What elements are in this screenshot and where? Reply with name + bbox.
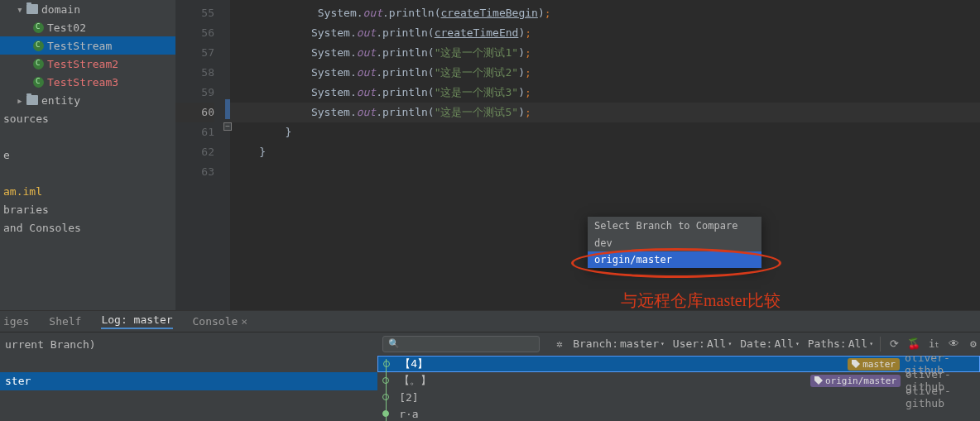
tree-item-label: entity — [41, 94, 80, 107]
preview-icon[interactable]: 👁 — [947, 337, 960, 350]
vcs-tab[interactable]: Console× — [193, 315, 248, 328]
commit-row[interactable]: 【。】origin/masteroliver-github — [377, 372, 980, 389]
commit-row[interactable]: r·a — [377, 405, 980, 421]
log-filter[interactable]: Date: All ▾ — [740, 337, 799, 350]
tree-item[interactable]: ▾domain — [0, 0, 175, 18]
line-number: 62 — [175, 142, 214, 162]
vcs-tab[interactable]: Log: master — [101, 313, 172, 329]
code-line[interactable]: System.out.println(createTimeEnd); — [230, 23, 980, 43]
tree-item-label: TestStream — [47, 40, 112, 52]
vcs-tab[interactable]: Shelf — [49, 315, 81, 328]
tree-item-label: braries — [3, 203, 49, 216]
code-line[interactable]: System.out.println("这是一个测试2"); — [230, 63, 980, 83]
project-tree[interactable]: ▾domainTest02TestStreamTestStream2TestSt… — [0, 0, 175, 310]
intellisort-icon[interactable]: it — [927, 337, 940, 350]
commit-node-icon — [383, 361, 390, 367]
tree-item[interactable] — [0, 127, 175, 146]
class-icon — [33, 41, 44, 51]
tree-item-label: TestStream2 — [47, 58, 118, 70]
tree-item[interactable]: braries — [0, 200, 175, 218]
fold-handle-icon[interactable]: – — [223, 122, 232, 131]
tree-item[interactable]: ▸entity — [0, 91, 175, 109]
class-icon — [33, 77, 44, 88]
line-number: 57 — [175, 43, 214, 63]
folder-icon — [26, 4, 38, 14]
line-number: 58 — [175, 63, 214, 83]
popup-item[interactable]: dev — [588, 235, 761, 251]
log-filter[interactable]: User: All ▾ — [673, 337, 732, 350]
code-line[interactable]: System.out.println("这是一个测试3"); — [230, 83, 980, 103]
annotation-text: 与远程仓库master比较 — [621, 289, 781, 312]
tree-item-label: sources — [3, 112, 49, 125]
tree-item-label: am.iml — [3, 185, 42, 198]
filter-settings-icon[interactable]: ✲ — [553, 337, 566, 350]
branch-row[interactable]: ster — [0, 372, 377, 390]
tree-item[interactable]: and Consoles — [0, 218, 175, 237]
class-icon — [33, 59, 44, 69]
options-icon[interactable]: ⚙ — [967, 337, 980, 350]
folder-icon — [26, 95, 38, 105]
vcs-log-panel: urrent Branch)ster 🔍 ✲ Branch: master ▾U… — [0, 332, 980, 421]
search-icon: 🔍 — [388, 338, 400, 349]
code-line[interactable]: } — [230, 122, 980, 142]
tree-item-label: e — [3, 149, 10, 161]
tree-item[interactable]: TestStream — [0, 36, 175, 55]
tree-item[interactable] — [0, 164, 175, 182]
line-number: 61 — [175, 122, 214, 142]
log-filter[interactable]: Paths: All ▾ — [808, 337, 873, 350]
commit-row[interactable]: 【4】masteroliver-github — [377, 356, 980, 372]
tree-item-label: TestStream3 — [47, 76, 118, 89]
cherry-pick-icon[interactable]: 🍒 — [907, 337, 920, 350]
popup-item[interactable]: origin/master — [588, 251, 761, 268]
commit-row[interactable]: [2]oliver-github — [377, 389, 980, 405]
branch-row[interactable]: urrent Branch) — [0, 336, 377, 354]
line-number-gutter: 555657585960616263 — [175, 0, 225, 310]
vcs-commit-list[interactable]: 【4】masteroliver-github【。】origin/masterol… — [377, 356, 980, 421]
code-line[interactable] — [230, 162, 980, 182]
vcs-log-toolbar[interactable]: 🔍 ✲ Branch: master ▾User: All ▾Date: All… — [377, 332, 980, 356]
tree-item[interactable]: TestStream2 — [0, 55, 175, 73]
log-filter[interactable]: Branch: master ▾ — [573, 337, 665, 350]
vcs-tab[interactable]: iges — [3, 315, 29, 328]
vcs-tabs[interactable]: igesShelfLog: masterConsole× — [0, 310, 980, 332]
commit-message: 【4】 — [400, 356, 848, 371]
line-number: 55 — [175, 3, 214, 23]
code-line[interactable]: System.out.println("这是一个测试1"); — [230, 43, 980, 63]
refresh-icon[interactable]: ⟳ — [887, 337, 901, 350]
tree-item-label: and Consoles — [3, 222, 81, 234]
line-number: 63 — [175, 162, 214, 182]
commit-message: r·a — [399, 408, 906, 420]
tree-item[interactable]: e — [0, 146, 175, 164]
tree-item[interactable]: am.iml — [0, 182, 175, 200]
commit-author: oliver-github — [906, 385, 980, 409]
close-icon[interactable]: × — [241, 315, 247, 328]
class-icon — [33, 22, 44, 33]
code-line[interactable]: } — [230, 142, 980, 162]
line-number: 59 — [175, 83, 214, 103]
branch-row[interactable] — [0, 354, 377, 372]
code-line[interactable]: System.out.println("这是一个测试5"); — [230, 103, 980, 122]
branch-tag[interactable]: origin/master — [810, 375, 901, 387]
tree-item-label: domain — [41, 3, 80, 16]
commit-message: 【。】 — [399, 373, 810, 388]
tree-item[interactable]: TestStream3 — [0, 73, 175, 91]
line-number: 56 — [175, 23, 214, 43]
commit-message: [2] — [399, 391, 906, 404]
popup-title: Select Branch to Compare — [588, 217, 761, 235]
log-search-input[interactable]: 🔍 — [382, 336, 540, 352]
line-number: 60 — [175, 103, 214, 122]
code-line[interactable]: System.out.println(createTimeBegin); — [230, 3, 980, 23]
vcs-branch-panel[interactable]: urrent Branch)ster — [0, 332, 377, 421]
compare-branch-popup[interactable]: Select Branch to Compare devorigin/maste… — [588, 217, 761, 268]
tree-item-label: Test02 — [47, 22, 86, 34]
tree-item[interactable]: Test02 — [0, 18, 175, 36]
branch-tag[interactable]: master — [848, 358, 900, 371]
tree-item[interactable]: sources — [0, 109, 175, 127]
